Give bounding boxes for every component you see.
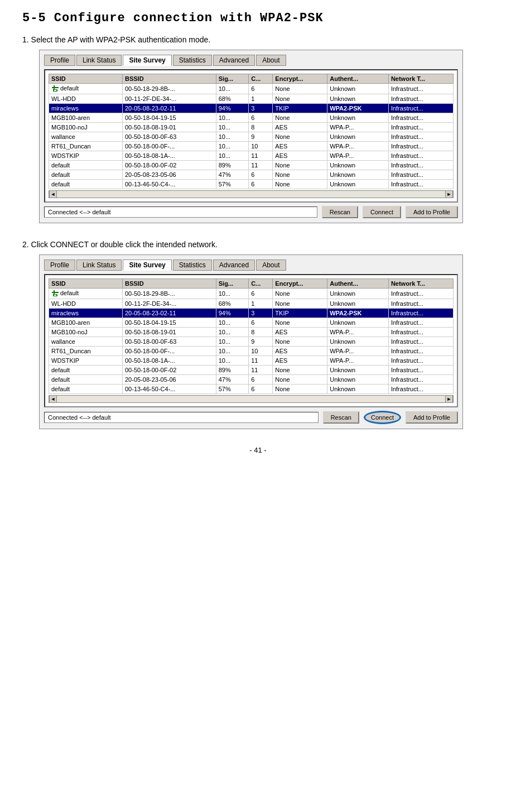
tab-advanced-2[interactable]: Advanced xyxy=(213,260,255,271)
th-net-1: Network T... xyxy=(388,74,453,84)
connect-button-1[interactable]: Connect xyxy=(363,206,401,218)
th-ssid-1: SSID xyxy=(49,74,123,84)
panel1: Profile Link Status Site Survey Statisti… xyxy=(39,50,463,223)
rescan-button-1[interactable]: Rescan xyxy=(322,206,358,218)
tab-advanced-1[interactable]: Advanced xyxy=(213,55,255,66)
scroll-area-2: SSID BSSID Sig... C... Encrypt... Authen… xyxy=(49,278,454,394)
table-row[interactable]: WDSTKIP00-50-18-08-1A-...10...11AESWPA-P… xyxy=(49,151,454,161)
content-area-1: SSID BSSID Sig... C... Encrypt... Authen… xyxy=(44,69,458,203)
tab-sitesurvey-2[interactable]: Site Survey xyxy=(123,260,171,271)
scroll-track-2[interactable] xyxy=(57,396,445,402)
step2-description: Click CONNECT or double click the intend… xyxy=(31,240,218,249)
tab-bar-1: Profile Link Status Site Survey Statisti… xyxy=(44,55,458,66)
tab-linkstatus-1[interactable]: Link Status xyxy=(76,55,122,66)
tab-statistics-1[interactable]: Statistics xyxy=(173,55,212,66)
tab-bar-2: Profile Link Status Site Survey Statisti… xyxy=(44,260,458,271)
status-text-2: Connected <--> default xyxy=(44,412,319,423)
th-enc-2: Encrypt... xyxy=(273,279,327,289)
tab-profile-2[interactable]: Profile xyxy=(44,260,75,271)
table-row[interactable]: default20-05-08-23-05-0647%6NoneUnknownI… xyxy=(49,170,454,180)
scroll-left-1[interactable]: ◄ xyxy=(49,190,57,198)
network-table-2: SSID BSSID Sig... C... Encrypt... Authen… xyxy=(49,278,454,394)
svg-rect-5 xyxy=(52,292,59,293)
table-row[interactable]: default00-13-46-50-C4-...57%6NoneUnknown… xyxy=(49,180,454,189)
svg-rect-7 xyxy=(54,295,56,296)
connect-button-2[interactable]: Connect xyxy=(364,411,401,424)
tab-linkstatus-2[interactable]: Link Status xyxy=(76,260,122,271)
step2-container: 2. Click CONNECT or double click the int… xyxy=(22,240,494,429)
add-to-profile-button-1[interactable]: Add to Profile xyxy=(406,206,458,218)
th-auth-2: Authent... xyxy=(327,279,389,289)
table-row[interactable]: MGB100-noJ00-50-18-08-19-0110...8AESWPA-… xyxy=(49,328,454,337)
panel2: Profile Link Status Site Survey Statisti… xyxy=(39,254,463,429)
th-bssid-2: BSSID xyxy=(122,279,216,289)
step1-container: 1. Select the AP with WPA2-PSK authentic… xyxy=(22,35,494,223)
table-row[interactable]: miraclews20-05-08-23-02-1194%3TKIPWPA2-P… xyxy=(49,104,454,113)
table-row[interactable]: MGB100-aren00-50-18-04-19-1510...6NoneUn… xyxy=(49,113,454,123)
table-row[interactable]: WDSTKIP00-50-18-08-1A-...10...11AESWPA-P… xyxy=(49,356,454,366)
scroll-right-1[interactable]: ► xyxy=(445,190,453,198)
th-sig-1: Sig... xyxy=(216,74,248,84)
th-enc-1: Encrypt... xyxy=(273,74,327,84)
th-bssid-1: BSSID xyxy=(122,74,216,84)
scrollbar-1[interactable]: ◄ ► xyxy=(49,190,454,198)
tab-about-1[interactable]: About xyxy=(256,55,286,66)
table-row[interactable]: default00-50-18-00-0F-0289%11NoneUnknown… xyxy=(49,161,454,170)
th-sig-2: Sig... xyxy=(216,279,248,289)
th-auth-1: Authent... xyxy=(327,74,389,84)
scroll-right-2[interactable]: ► xyxy=(445,395,453,403)
scrollbar-2[interactable]: ◄ ► xyxy=(49,395,454,403)
step1-num: 1. xyxy=(22,35,29,44)
th-ssid-2: SSID xyxy=(49,279,123,289)
add-to-profile-button-2[interactable]: Add to Profile xyxy=(406,411,458,424)
table-row[interactable]: RT61_Duncan00-50-18-00-0F-...10...10AESW… xyxy=(49,142,454,151)
th-c-1: C... xyxy=(249,74,273,84)
table-row[interactable]: miraclews20-05-08-23-02-1194%3TKIPWPA2-P… xyxy=(49,309,454,318)
status-text-1: Connected <--> default xyxy=(44,206,317,218)
table-row[interactable]: default00-50-18-29-8B-...10...6NoneUnkno… xyxy=(49,289,454,299)
step2-text: 2. Click CONNECT or double click the int… xyxy=(22,240,494,249)
scroll-left-2[interactable]: ◄ xyxy=(49,395,57,403)
table-row[interactable]: MGB100-aren00-50-18-04-19-1510...6NoneUn… xyxy=(49,318,454,328)
table-row[interactable]: wallance00-50-18-00-0F-6310...9NoneUnkno… xyxy=(49,132,454,142)
tab-about-2[interactable]: About xyxy=(256,260,286,271)
rescan-button-2[interactable]: Rescan xyxy=(323,411,359,424)
scroll-area-1: SSID BSSID Sig... C... Encrypt... Authen… xyxy=(49,74,454,189)
scroll-track-1[interactable] xyxy=(57,191,445,198)
th-net-2: Network T... xyxy=(388,279,453,289)
step1-text: 1. Select the AP with WPA2-PSK authentic… xyxy=(22,35,494,44)
tab-profile-1[interactable]: Profile xyxy=(44,55,75,66)
svg-rect-3 xyxy=(54,90,56,91)
table-row[interactable]: default20-05-08-23-05-0647%6NoneUnknownI… xyxy=(49,375,454,385)
table-row[interactable]: WL-HDD00-11-2F-DE-34-...68%1NoneUnknownI… xyxy=(49,299,454,309)
table-row[interactable]: default00-13-46-50-C4-...57%6NoneUnknown… xyxy=(49,385,454,394)
table-row[interactable]: WL-HDD00-11-2F-DE-34-...68%1NoneUnknownI… xyxy=(49,94,454,104)
table-row[interactable]: RT61_Duncan00-50-18-00-0F-...10...10AESW… xyxy=(49,347,454,356)
tab-sitesurvey-1[interactable]: Site Survey xyxy=(123,55,171,66)
table-row[interactable]: default00-50-18-00-0F-0289%11NoneUnknown… xyxy=(49,366,454,375)
th-c-2: C... xyxy=(249,279,273,289)
tab-statistics-2[interactable]: Statistics xyxy=(173,260,212,271)
bottom-bar-2: Connected <--> default Rescan Connect Ad… xyxy=(44,411,458,424)
page-title: 5-5 Configure connection with WPA2-PSK xyxy=(22,11,494,25)
table-row[interactable]: MGB100-noJ00-50-18-08-19-0110...8AESWPA-… xyxy=(49,123,454,132)
content-area-2: SSID BSSID Sig... C... Encrypt... Authen… xyxy=(44,274,458,407)
table-row[interactable]: wallance00-50-18-00-0F-6310...9NoneUnkno… xyxy=(49,337,454,347)
network-table-1: SSID BSSID Sig... C... Encrypt... Authen… xyxy=(49,74,454,189)
bottom-bar-1: Connected <--> default Rescan Connect Ad… xyxy=(44,206,458,218)
step2-num: 2. xyxy=(22,240,29,249)
svg-rect-1 xyxy=(52,87,59,88)
page-number: - 41 - xyxy=(22,446,494,454)
table-row[interactable]: default00-50-18-29-8B-...10...6NoneUnkno… xyxy=(49,84,454,94)
step1-description: Select the AP with WPA2-PSK authenticati… xyxy=(31,35,211,44)
